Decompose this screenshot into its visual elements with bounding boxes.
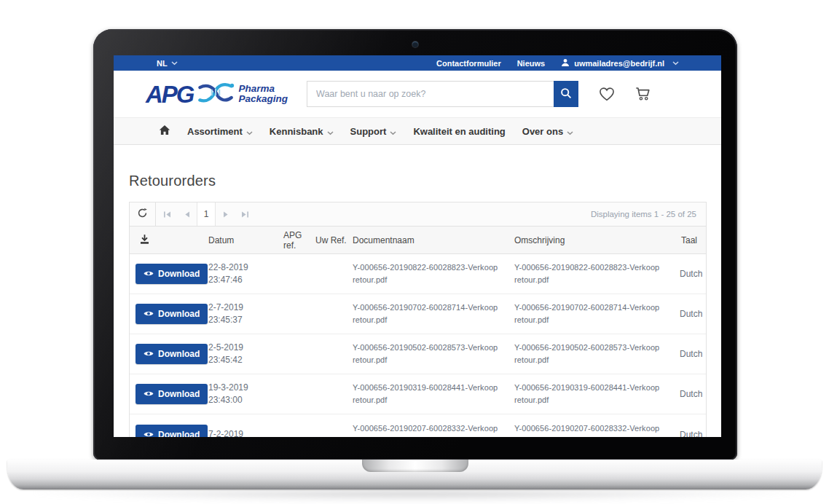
retourorders-grid: 1 Displaying items 1 - 25 of 25 <box>129 202 707 437</box>
column-header-documentnaam: Documentnaam <box>353 235 514 245</box>
laptop-lid-notch <box>362 460 468 472</box>
download-button-label: Download <box>158 309 200 319</box>
webcam-icon <box>412 42 418 47</box>
column-header-apg-ref: APG ref. <box>283 230 315 251</box>
row-document: Y-000656-20190207-60028332-Verkoop retou… <box>353 422 514 438</box>
topbar-right-links: Contactformulier Nieuws uwmailadres@bedr… <box>436 58 679 68</box>
pager-status-text: Displaying items 1 - 25 of 25 <box>591 210 706 218</box>
pager-last-button[interactable] <box>235 202 255 226</box>
search-input[interactable] <box>307 81 554 107</box>
row-document: Y-000656-20190319-60028441-Verkoop retou… <box>353 382 514 406</box>
browser-viewport: NL Contactformulier Nieuws uwmailadres@b… <box>114 55 721 437</box>
row-language: Dutch <box>680 349 711 359</box>
row-date: 7-2-2019 <box>208 428 283 437</box>
nav-item-over-ons[interactable]: Over ons <box>522 125 573 138</box>
page-title: Retourorders <box>129 173 707 189</box>
language-selector[interactable]: NL <box>157 59 178 68</box>
heart-icon <box>597 84 616 104</box>
row-language: Dutch <box>680 430 711 438</box>
dna-helix-icon <box>197 80 235 108</box>
row-description: Y-000656-20190502-60028573-Verkoop retou… <box>514 342 680 366</box>
main-navbar: Assortiment Kennisbank Support Kwaliteit… <box>114 117 721 145</box>
page-content: Retourorders <box>114 173 721 437</box>
prev-page-icon <box>184 209 190 220</box>
row-description: Y-000656-20190702-60028714-Verkoop retou… <box>514 302 680 326</box>
logo-tagline: Pharma Packaging <box>239 84 288 104</box>
row-date: 2-7-2019 23:45:37 <box>208 302 283 326</box>
site-header: APG Pharma Packaging <box>114 71 721 117</box>
grid-header-row: Datum APG ref. Uw Ref. Documentnaam Omsc… <box>130 227 706 254</box>
download-button[interactable]: Download <box>135 344 208 364</box>
download-button-label: Download <box>158 389 200 399</box>
row-document: Y-000656-20190702-60028714-Verkoop retou… <box>353 302 514 326</box>
nav-item-assortiment[interactable]: Assortiment <box>187 125 253 138</box>
eye-icon <box>144 269 154 279</box>
current-page-indicator: 1 <box>197 202 216 226</box>
eye-icon <box>144 430 154 438</box>
nav-item-support[interactable]: Support <box>350 125 397 138</box>
column-header-taal: Taal <box>680 235 706 245</box>
topbar-link-nieuws[interactable]: Nieuws <box>517 59 546 68</box>
row-date: 2-5-2019 23:45:42 <box>208 342 283 366</box>
row-description: Y-000656-20190207-60028332-Verkoop retou… <box>514 422 680 438</box>
chevron-down-icon <box>171 61 178 66</box>
account-menu[interactable]: uwmailadres@bedrijf.nl <box>561 58 679 68</box>
nav-item-kwaliteit-en-auditing[interactable]: Kwaliteit en auditing <box>413 126 505 137</box>
row-language: Dutch <box>680 269 711 279</box>
grid-body: Download 22-8-2019 23:47:46 Y-000656-201… <box>130 254 706 437</box>
grid-toolbar: 1 Displaying items 1 - 25 of 25 <box>130 202 706 227</box>
eye-icon <box>144 349 154 359</box>
download-button[interactable]: Download <box>135 304 208 324</box>
laptop-reflection <box>35 491 794 503</box>
table-row: Download 2-7-2019 23:45:37 Y-000656-2019… <box>130 294 706 334</box>
nav-item-kennisbank[interactable]: Kennisbank <box>270 125 334 138</box>
search-button[interactable] <box>554 81 578 107</box>
eye-icon <box>144 389 154 399</box>
first-page-icon <box>163 209 171 220</box>
account-email: uwmailadres@bedrijf.nl <box>574 59 664 68</box>
table-row: Download 2-5-2019 23:45:42 Y-000656-2019… <box>130 334 706 374</box>
row-date: 19-3-2019 23:43:00 <box>208 382 283 406</box>
cart-button[interactable] <box>634 84 653 104</box>
download-cell: Download <box>130 425 208 438</box>
top-utility-bar: NL Contactformulier Nieuws uwmailadres@b… <box>114 55 721 71</box>
cart-icon <box>634 84 653 104</box>
laptop-mockup: NL Contactformulier Nieuws uwmailadres@b… <box>0 0 829 504</box>
row-description: Y-000656-20190822-60028823-Verkoop retou… <box>514 261 680 286</box>
pager: 1 <box>157 202 255 226</box>
pager-first-button[interactable] <box>157 202 177 226</box>
last-page-icon <box>241 209 249 220</box>
download-button-label: Download <box>158 430 200 438</box>
refresh-button[interactable] <box>130 202 156 226</box>
nav-home[interactable] <box>159 125 170 138</box>
refresh-icon <box>137 208 148 221</box>
download-button-label: Download <box>158 269 200 279</box>
download-cell: Download <box>130 344 208 364</box>
logo[interactable]: APG Pharma Packaging <box>146 80 288 108</box>
user-icon <box>561 58 570 68</box>
wishlist-button[interactable] <box>597 84 616 104</box>
download-button[interactable]: Download <box>135 264 208 284</box>
column-header-uw-ref: Uw Ref. <box>315 235 353 245</box>
row-document: Y-000656-20190502-60028573-Verkoop retou… <box>353 342 514 366</box>
logo-text: APG <box>146 82 194 106</box>
search-icon <box>560 87 572 101</box>
pager-next-button[interactable] <box>216 202 235 226</box>
topbar-link-contactformulier[interactable]: Contactformulier <box>436 59 501 68</box>
download-button[interactable]: Download <box>135 425 208 438</box>
row-language: Dutch <box>680 389 711 399</box>
pager-prev-button[interactable] <box>177 202 197 226</box>
download-button[interactable]: Download <box>135 384 208 404</box>
chevron-down-icon <box>246 127 253 138</box>
column-header-omschrijving: Omschrijving <box>514 235 680 245</box>
row-document: Y-000656-20190822-60028823-Verkoop retou… <box>353 261 514 286</box>
home-icon <box>159 125 170 138</box>
next-page-icon <box>223 209 229 220</box>
chevron-down-icon <box>390 127 396 138</box>
chevron-down-icon <box>327 127 334 138</box>
row-date: 22-8-2019 23:47:46 <box>208 261 283 286</box>
row-description: Y-000656-20190319-60028441-Verkoop retou… <box>514 382 680 406</box>
table-row: Download 22-8-2019 23:47:46 Y-000656-201… <box>130 254 706 294</box>
table-row: Download 19-3-2019 23:43:00 Y-000656-201… <box>130 374 706 414</box>
download-button-label: Download <box>158 349 200 359</box>
